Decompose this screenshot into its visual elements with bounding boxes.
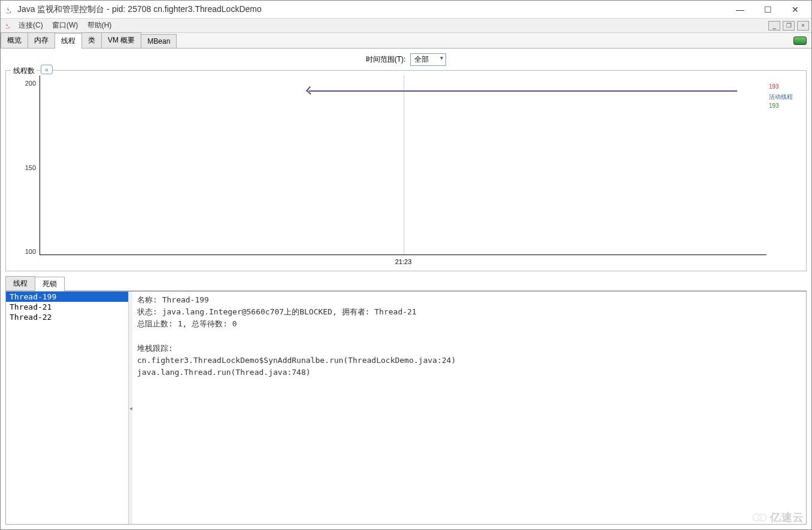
time-range-row: 时间范围(T): 全部 (3, 51, 809, 68)
watermark: 亿速云 (752, 510, 804, 525)
detail-state-label: 状态: (137, 307, 162, 316)
thread-list[interactable]: Thread-199 Thread-21 Thread-22 (6, 292, 129, 524)
chart-peak-value: 193 (769, 83, 779, 90)
chart-collapse-button[interactable]: « (41, 65, 53, 74)
chart-live-value: 193 (769, 102, 779, 109)
chart-plot[interactable]: 21:23 (40, 75, 766, 255)
mdi-controls: ‗ ❐ × (768, 21, 809, 31)
detail-stack-label: 堆栈跟踪: (137, 344, 178, 353)
window-title: Java 监视和管理控制台 - pid: 25708 cn.fighter3.T… (17, 4, 726, 15)
watermark-text: 亿速云 (770, 510, 804, 525)
detail-tab-deadlock[interactable]: 死锁 (35, 277, 65, 291)
connection-status-icon (793, 37, 807, 45)
tab-memory[interactable]: 内存 (28, 32, 55, 48)
chart-yaxis: 200 150 100 (10, 75, 40, 267)
tab-overview[interactable]: 概览 (1, 32, 28, 48)
detail-tab-threads[interactable]: 线程 (5, 276, 35, 290)
detail-name: Thread-199 (162, 295, 209, 304)
detail-state: java.lang.Integer@5660c707上的BLOCKED, 拥有者… (162, 307, 417, 316)
mdi-minimize-button[interactable]: ‗ (768, 21, 780, 31)
detail-block-label: 总阻止数: (137, 319, 178, 328)
window-controls: — ☐ ✕ (726, 1, 809, 19)
svg-point-1 (758, 514, 766, 521)
time-range-select[interactable]: 全部 (410, 53, 446, 66)
list-item[interactable]: Thread-199 (6, 292, 128, 302)
time-range-label: 时间范围(T): (366, 54, 406, 65)
java-icon (3, 4, 14, 15)
menu-window[interactable]: 窗口(W) (49, 20, 81, 31)
menu-connect[interactable]: 连接(C) (15, 20, 47, 31)
java-icon (3, 21, 13, 31)
menu-items: 连接(C) 窗口(W) 帮助(H) (15, 20, 115, 31)
ytick-150: 150 (25, 164, 36, 171)
detail-pane: Thread-199 Thread-21 Thread-22 ◂ 名称: Thr… (5, 291, 807, 525)
close-button[interactable]: ✕ (781, 1, 809, 19)
minimize-button[interactable]: — (726, 1, 754, 19)
detail-stack-line: cn.fighter3.ThreadLockDemo$SynAddRunalbe… (137, 356, 456, 365)
ytick-200: 200 (25, 80, 36, 87)
detail-wait-sep: , 总等待数: (182, 319, 232, 328)
tab-vm[interactable]: VM 概要 (101, 32, 141, 48)
chart-title: 线程数 (11, 66, 37, 76)
detail-stack-line: java.lang.Thread.run(Thread.java:748) (137, 368, 311, 377)
detail-tabs: 线程 死锁 (5, 276, 807, 291)
main-tabs: 概览 内存 线程 类 VM 概要 MBean (1, 33, 811, 49)
threads-panel: 时间范围(T): 全部 线程数 « 200 150 100 21:23 193 (1, 49, 811, 529)
thread-count-chart: 线程数 « 200 150 100 21:23 193 活动线程 193 (5, 70, 807, 271)
thread-detail: 名称: Thread-199 状态: java.lang.Integer@566… (132, 292, 806, 524)
list-item[interactable]: Thread-21 (6, 302, 128, 312)
list-item[interactable]: Thread-22 (6, 312, 128, 322)
ytick-100: 100 (25, 248, 36, 255)
app-window: Java 监视和管理控制台 - pid: 25708 cn.fighter3.T… (0, 0, 812, 530)
maximize-button[interactable]: ☐ (754, 1, 781, 19)
tab-mbean[interactable]: MBean (141, 34, 177, 48)
titlebar: Java 监视和管理控制台 - pid: 25708 cn.fighter3.T… (1, 1, 811, 19)
menu-help[interactable]: 帮助(H) (84, 20, 116, 31)
chart-live-label: 活动线程 (769, 93, 793, 101)
detail-wait-count: 0 (232, 319, 237, 328)
menubar: 连接(C) 窗口(W) 帮助(H) ‗ ❐ × (1, 19, 811, 33)
mdi-restore-button[interactable]: ❐ (783, 21, 795, 31)
mdi-close-button[interactable]: × (797, 21, 809, 31)
chart-side-labels: 193 活动线程 193 (766, 75, 802, 267)
chart-gridline (404, 75, 404, 255)
chart-line (309, 90, 738, 92)
tab-threads[interactable]: 线程 (54, 33, 82, 49)
xtick: 21:23 (395, 258, 412, 265)
detail-name-label: 名称: (137, 295, 162, 304)
tab-classes[interactable]: 类 (81, 32, 102, 48)
chart-area: 200 150 100 21:23 193 活动线程 193 (10, 75, 802, 267)
